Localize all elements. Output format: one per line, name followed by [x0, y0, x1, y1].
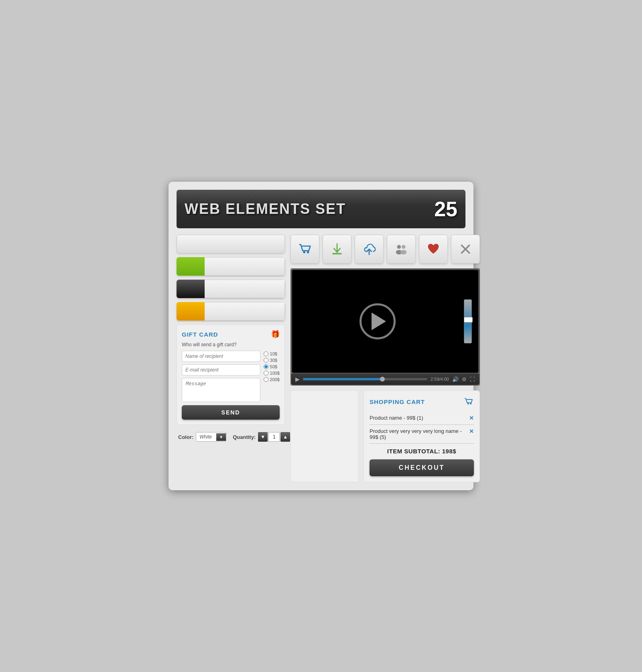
- video-progress-thumb[interactable]: [380, 377, 385, 382]
- svg-point-1: [307, 251, 309, 254]
- green-swatch: [177, 257, 205, 276]
- amount-30[interactable]: 30$: [264, 358, 280, 363]
- close-icon: [458, 242, 473, 257]
- volume-slider[interactable]: [464, 299, 472, 343]
- cart-subtotal: ITEM SUBTOTAL: 198$: [370, 444, 474, 459]
- color-dropdown-arrow[interactable]: ▼: [216, 433, 226, 441]
- gift-card-subtitle: Who will send a gift card?: [182, 342, 280, 347]
- gift-form-row: 10$ 30$ 50$ 100$ 200$: [182, 351, 280, 402]
- bottom-row: SHOPPING CART Product name - 99$ (1) ✕ P…: [291, 390, 480, 482]
- video-time: 2:59/4:00: [431, 377, 449, 382]
- quantity-increase-button[interactable]: ▲: [280, 432, 290, 442]
- user-button[interactable]: [387, 235, 416, 264]
- color-qty-row: Color: White ▼ Quantity: ▼ ▲: [177, 429, 285, 445]
- svg-point-3: [397, 245, 401, 249]
- svg-point-5: [402, 245, 406, 249]
- checkout-button[interactable]: CHECKOUT: [370, 459, 474, 476]
- dark-swatch: [177, 280, 205, 298]
- color-select-wrapper[interactable]: White ▼: [196, 432, 226, 442]
- amount-100[interactable]: 100$: [264, 371, 280, 376]
- cart-button[interactable]: [291, 235, 319, 264]
- amount-10[interactable]: 10$: [264, 351, 280, 356]
- name-recipient-input[interactable]: [182, 351, 260, 362]
- svg-rect-2: [333, 253, 342, 255]
- email-recipient-input[interactable]: [182, 364, 260, 376]
- amount-200[interactable]: 200$: [264, 377, 280, 382]
- left-column: GIFT CARD 🎁 Who will send a gift card? 1…: [177, 235, 285, 482]
- cart-header: SHOPPING CART: [370, 396, 474, 407]
- cloud-upload-icon: [362, 242, 377, 257]
- two-col-layout: GIFT CARD 🎁 Who will send a gift card? 1…: [177, 235, 465, 482]
- quantity-input[interactable]: [268, 432, 280, 442]
- cart-title: SHOPPING CART: [370, 398, 425, 405]
- gift-inputs: [182, 351, 260, 402]
- svg-point-9: [467, 403, 469, 404]
- gift-icon: 🎁: [271, 330, 280, 339]
- close-button[interactable]: [451, 235, 480, 264]
- cart-item-2: Product very very very very long name - …: [370, 425, 474, 444]
- amount-radio-group: 10$ 30$ 50$ 100$ 200$: [264, 351, 280, 382]
- green-button-row[interactable]: [177, 257, 285, 276]
- video-progress-fill: [303, 378, 384, 380]
- right-column: ▶ 2:59/4:00 🔊 ⚙ ⛶: [291, 235, 480, 482]
- orange-button-row[interactable]: [177, 302, 285, 321]
- color-label: Color:: [178, 434, 193, 440]
- svg-point-6: [400, 250, 406, 254]
- dark-button-row[interactable]: [177, 280, 285, 298]
- gift-card-section: GIFT CARD 🎁 Who will send a gift card? 1…: [177, 325, 285, 425]
- video-player[interactable]: [291, 269, 479, 374]
- download-icon: [329, 242, 345, 257]
- header-title: WEB ELEMENTS SET: [185, 201, 346, 217]
- heart-icon: [426, 242, 441, 257]
- cart-item-1: Product name - 99$ (1) ✕: [370, 412, 474, 425]
- play-triangle: [372, 313, 386, 330]
- send-button[interactable]: SEND: [182, 405, 280, 420]
- color-group: Color: White ▼: [178, 432, 226, 442]
- cart-item-2-remove[interactable]: ✕: [469, 428, 474, 434]
- settings-icon[interactable]: ⚙: [462, 376, 467, 382]
- svg-point-0: [303, 251, 305, 254]
- gift-card-title: GIFT CARD: [182, 331, 218, 338]
- main-container: WEB ELEMENTS SET 25: [169, 182, 473, 490]
- video-player-container: ▶ 2:59/4:00 🔊 ⚙ ⛶: [291, 268, 480, 386]
- orange-swatch: [177, 302, 205, 321]
- cloud-upload-button[interactable]: [355, 235, 384, 264]
- message-input[interactable]: [182, 378, 260, 402]
- cart-item-1-remove[interactable]: ✕: [469, 415, 474, 421]
- svg-point-10: [470, 403, 471, 404]
- plain-button[interactable]: [177, 235, 285, 253]
- volume-handle[interactable]: [464, 317, 473, 323]
- gift-card-header: GIFT CARD 🎁: [182, 330, 280, 339]
- video-controls: ▶ 2:59/4:00 🔊 ⚙ ⛶: [291, 374, 479, 385]
- cart-item-1-name: Product name - 99$ (1): [370, 415, 466, 421]
- color-value: White: [196, 432, 216, 441]
- quantity-decrease-button[interactable]: ▼: [258, 432, 268, 442]
- dark-button-label: [205, 280, 285, 298]
- amount-50[interactable]: 50$: [264, 364, 280, 369]
- play-circle[interactable]: [360, 303, 396, 339]
- orange-button-label: [205, 302, 285, 321]
- fullscreen-icon[interactable]: ⛶: [470, 376, 475, 382]
- heart-button[interactable]: [419, 235, 448, 264]
- green-button-label: [205, 257, 285, 276]
- cart-header-icon: [463, 396, 474, 407]
- quantity-wrapper: ▼ ▲: [258, 432, 290, 442]
- cart-icon: [297, 242, 313, 257]
- quantity-group: Quantity: ▼ ▲: [233, 432, 290, 442]
- video-progress-bar[interactable]: [303, 378, 427, 380]
- header-banner: WEB ELEMENTS SET 25: [177, 190, 465, 228]
- play-pause-button[interactable]: ▶: [295, 376, 300, 382]
- download-button[interactable]: [323, 235, 351, 264]
- header-number: 25: [434, 197, 457, 221]
- quantity-label: Quantity:: [233, 434, 256, 440]
- icon-buttons-row: [291, 235, 480, 264]
- user-icon: [394, 242, 409, 257]
- cart-item-2-name: Product very very very very long name - …: [370, 428, 466, 440]
- content-box: [291, 390, 359, 482]
- shopping-cart: SHOPPING CART Product name - 99$ (1) ✕ P…: [364, 390, 480, 482]
- volume-icon[interactable]: 🔊: [452, 376, 459, 382]
